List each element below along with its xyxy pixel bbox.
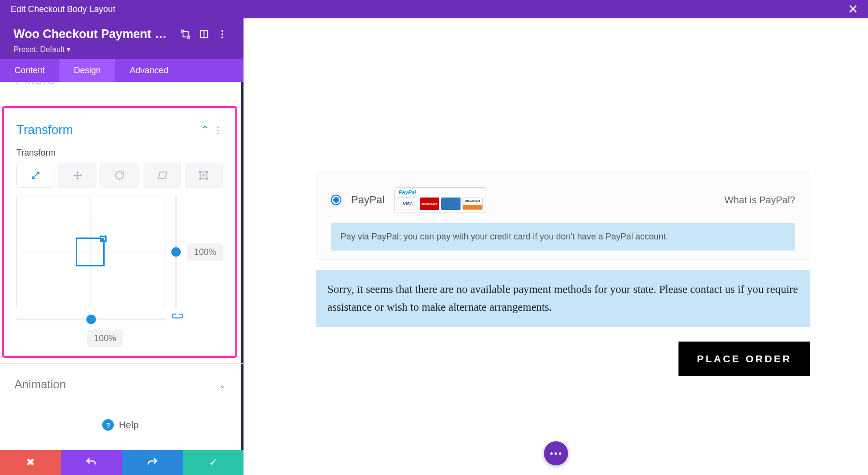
chevron-down-icon: ⌄ bbox=[218, 379, 227, 390]
paypal-info-box: Pay via PayPal; you can pay with your cr… bbox=[331, 223, 795, 251]
responsive-icon[interactable] bbox=[199, 29, 209, 40]
horizontal-scale-slider[interactable] bbox=[16, 315, 166, 324]
scale-indicator bbox=[76, 238, 105, 266]
svg-point-9 bbox=[200, 178, 201, 180]
vertical-scale-value[interactable]: 100% bbox=[187, 243, 223, 261]
svg-point-7 bbox=[200, 172, 201, 173]
help-label: Help bbox=[119, 420, 138, 431]
preview-canvas: PayPal PayPal VISA MasterCard DISCOVER W… bbox=[244, 18, 868, 475]
save-button[interactable]: ✓ bbox=[183, 450, 244, 475]
module-header: Woo Checkout Payment Se... Preset: Defau… bbox=[0, 18, 244, 59]
paypal-radio[interactable] bbox=[331, 195, 341, 205]
help-button[interactable]: ? Help bbox=[0, 405, 244, 450]
paypal-cards-icon: PayPal VISA MasterCard DISCOVER bbox=[394, 187, 486, 212]
skew-tool-icon[interactable] bbox=[143, 163, 181, 188]
svg-point-5 bbox=[221, 36, 223, 38]
amex-icon bbox=[441, 198, 461, 210]
settings-sidebar: Woo Checkout Payment Se... Preset: Defau… bbox=[0, 18, 244, 475]
section-more-icon[interactable]: ⋮ bbox=[213, 124, 223, 136]
title-bar: Edit Checkout Body Layout ✕ bbox=[0, 0, 868, 18]
payment-panel: PayPal PayPal VISA MasterCard DISCOVER W… bbox=[316, 172, 810, 260]
undo-button[interactable] bbox=[61, 450, 122, 475]
vertical-scale-slider[interactable] bbox=[171, 196, 181, 308]
visa-icon: VISA bbox=[398, 198, 418, 210]
origin-tool-icon[interactable] bbox=[185, 163, 223, 188]
tab-design[interactable]: Design bbox=[59, 59, 115, 82]
link-values-icon[interactable] bbox=[172, 313, 183, 326]
paypal-label: PayPal bbox=[351, 194, 385, 206]
more-vertical-icon[interactable] bbox=[217, 29, 228, 40]
translate-tool-icon[interactable] bbox=[58, 163, 96, 188]
transform-preview-box[interactable] bbox=[16, 196, 164, 308]
svg-point-3 bbox=[221, 30, 223, 32]
svg-rect-0 bbox=[183, 31, 189, 37]
section-title-transform[interactable]: Transform bbox=[16, 122, 201, 137]
horizontal-scale-value[interactable]: 100% bbox=[87, 330, 123, 347]
cancel-button[interactable]: ✖ bbox=[0, 450, 61, 475]
section-filters-peek: Filters bbox=[0, 82, 241, 90]
title-bar-label: Edit Checkout Body Layout bbox=[11, 4, 115, 14]
tab-advanced[interactable]: Advanced bbox=[115, 59, 183, 82]
help-icon: ? bbox=[102, 419, 114, 431]
animation-label: Animation bbox=[14, 378, 66, 391]
module-title: Woo Checkout Payment Se... bbox=[14, 27, 173, 41]
preset-dropdown[interactable]: Preset: Default ▾ bbox=[14, 45, 230, 54]
place-order-button[interactable]: PLACE ORDER bbox=[678, 342, 810, 376]
svg-point-10 bbox=[206, 178, 208, 180]
discover-icon: DISCOVER bbox=[462, 198, 483, 210]
action-bar: ✖ ✓ bbox=[0, 450, 244, 475]
rotate-tool-icon[interactable] bbox=[100, 163, 138, 188]
no-payment-message: Sorry, it seems that there are no availa… bbox=[316, 270, 810, 327]
scale-handle-icon bbox=[100, 236, 107, 242]
redo-button[interactable] bbox=[122, 450, 183, 475]
transform-section-highlight: Transform ⌃ ⋮ Transform bbox=[2, 106, 237, 358]
close-icon[interactable]: ✕ bbox=[848, 3, 858, 15]
svg-point-8 bbox=[206, 172, 208, 173]
builder-fab-button[interactable] bbox=[544, 441, 568, 465]
transform-label: Transform bbox=[4, 145, 235, 163]
what-is-paypal-link[interactable]: What is PayPal? bbox=[724, 195, 795, 206]
tab-content[interactable]: Content bbox=[0, 59, 59, 82]
transform-tool-row bbox=[4, 163, 235, 196]
scale-tool-icon[interactable] bbox=[16, 163, 54, 188]
expand-icon[interactable] bbox=[180, 29, 191, 40]
svg-point-4 bbox=[221, 33, 223, 35]
section-animation[interactable]: Animation ⌄ bbox=[0, 363, 244, 405]
svg-point-11 bbox=[203, 175, 204, 176]
collapse-icon[interactable]: ⌃ bbox=[201, 124, 209, 136]
settings-tabs: Content Design Advanced bbox=[0, 59, 244, 82]
mastercard-icon: MasterCard bbox=[420, 198, 439, 210]
